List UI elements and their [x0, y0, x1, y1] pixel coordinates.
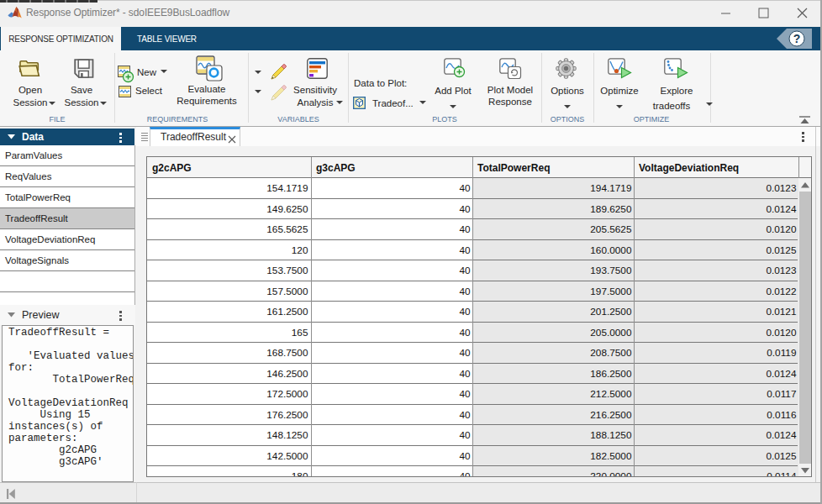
svg-text:?: ? — [793, 32, 801, 45]
